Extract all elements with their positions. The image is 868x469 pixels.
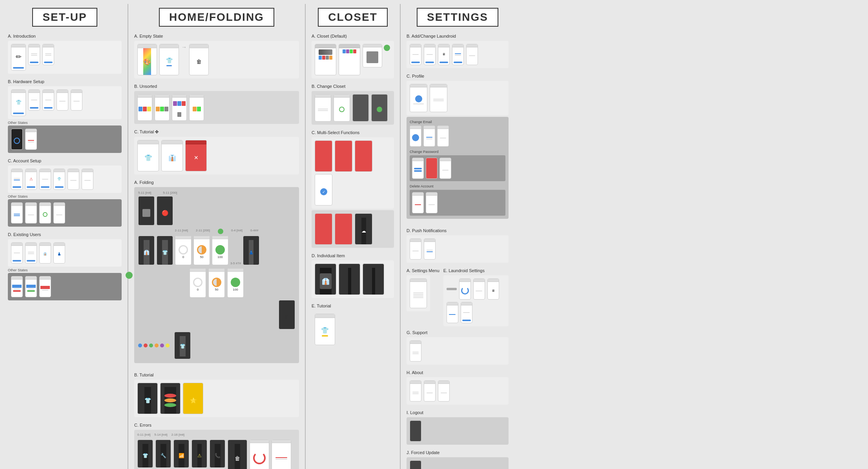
green-dot-mid — [218, 229, 223, 234]
screen-content — [250, 443, 269, 469]
screen-content — [57, 93, 68, 109]
ms-screen-1 — [315, 140, 332, 172]
screen-header — [155, 95, 169, 98]
step: 0-4## — [250, 229, 258, 234]
shirt-colorful: 👕 — [144, 154, 152, 162]
screen-content — [26, 132, 36, 149]
err-screen-4: ⚠ — [191, 440, 207, 468]
screen-content — [11, 246, 22, 259]
check-circle — [43, 212, 47, 217]
colorful-icon: 🎨 — [143, 58, 151, 65]
screen-content — [138, 98, 152, 120]
cerrors-screens: 0-11 [Init] 5-14 [Init] 2-16 [Init] 👕 🔧 — [134, 430, 299, 469]
add-laundroid-screens: 🖥 — [407, 41, 509, 68]
line — [59, 101, 66, 102]
intro-screen-3 — [42, 44, 54, 65]
us-screen-1 — [137, 94, 152, 121]
step-labels-mid: 2-11 [Init] 2-11 [200] 0-4 [Init] 0-4## — [138, 229, 295, 234]
hw-screen-5 — [71, 89, 82, 111]
line — [412, 393, 419, 394]
hw-screen-3 — [42, 89, 54, 111]
screen-header — [26, 129, 36, 132]
err-label-3: 2-16 [Init] — [171, 433, 184, 436]
line — [45, 53, 52, 54]
blue-line — [455, 53, 461, 54]
basket-icon: 🗑 — [196, 58, 202, 65]
fold-screen-1 — [138, 196, 155, 225]
intro-label: A. Introduction — [8, 34, 122, 38]
section-cerrors: C. Errors 0-11 [Init] 5-14 [Init] 2-16 [… — [134, 423, 299, 469]
section-etutorial: E. Tutorial 👕 — [312, 304, 394, 348]
column-setup: SET-UP A. Introduction ✏ — [4, 4, 126, 469]
screen-content: 0 — [190, 272, 206, 297]
error-progress — [253, 452, 266, 464]
line — [427, 393, 433, 393]
shirt: 👔 — [322, 278, 330, 285]
hw-screen-1: 👕 — [11, 89, 26, 116]
ac-screen-4: 👕 — [53, 169, 65, 190]
ac-screen-6 — [82, 169, 93, 190]
screen-content — [29, 47, 40, 61]
ac-screen-2: ⚠ — [25, 169, 37, 190]
spinning-icon — [461, 287, 469, 294]
error-step-labels: 0-11 [Init] 5-14 [Init] 2-16 [Init] — [137, 433, 296, 436]
screen-content — [11, 206, 22, 223]
screen-content — [467, 47, 478, 63]
basket-icon: 🗑 — [235, 455, 240, 462]
shirt-icon: 🖥 — [442, 53, 445, 56]
profile-sub-sections: Change Email — [407, 117, 509, 219]
cd-screen-1 — [315, 44, 336, 75]
screen-header — [410, 341, 421, 344]
unsorted-label: B. Unsorted — [134, 84, 299, 89]
line — [426, 138, 433, 139]
btutorial-label: B. Tutorial — [134, 373, 299, 377]
line — [45, 55, 52, 56]
step-label: 5-11 [200] — [163, 191, 177, 195]
fold-anim: 👕 — [144, 397, 151, 404]
ce-screen-2 — [423, 125, 435, 147]
shirt-icon: 👕 — [16, 100, 22, 105]
ii-screen-1: 👔 — [315, 264, 336, 295]
settings-menu-label: A. Settings Menu — [407, 268, 439, 273]
screen-header — [26, 276, 36, 280]
screen-header — [452, 44, 463, 47]
eu-os-2 — [25, 276, 37, 297]
tutorial-c-screens: 👕 👔 ✕ — [134, 137, 299, 175]
screen-header — [40, 169, 51, 172]
column-settings: SETTINGS B. Add/Change Laundroid — [403, 4, 512, 469]
dot-red — [144, 344, 148, 347]
progress-label: 100 — [217, 255, 222, 259]
screen-content — [68, 172, 79, 188]
line — [14, 253, 20, 253]
section-support: G. Support — [407, 330, 509, 365]
delete-account-screens — [410, 190, 505, 216]
screen-header — [412, 193, 423, 196]
section-btutorial: B. Tutorial 👕 — [134, 373, 299, 417]
fold-mid-3: 0 — [175, 236, 191, 265]
blue-bar — [13, 113, 24, 114]
settings-menu-screens — [407, 275, 430, 311]
screen-content — [11, 172, 22, 185]
line — [31, 100, 38, 100]
fold-icon: 👕 — [162, 250, 168, 255]
progress-label: 0 — [197, 288, 199, 291]
da-screen-1 — [412, 192, 424, 213]
account-label: C. Account Setup — [8, 158, 122, 163]
screen-content: 👔 — [40, 246, 51, 262]
screen-header — [467, 44, 478, 47]
blue-bar — [44, 107, 53, 109]
screen-content — [452, 47, 463, 61]
closet-default-label: A. Closet (Default) — [312, 34, 394, 38]
cloth — [350, 49, 353, 53]
blue-bar — [425, 62, 434, 63]
multiselect-screens-2: ☁ — [312, 210, 394, 248]
screen-header — [190, 269, 206, 272]
section-tutorial-c: C. Tutorial ✤ 👕 👔 ✕ — [134, 129, 299, 175]
blue-bar — [411, 62, 420, 63]
ms-screen-3 — [355, 140, 372, 172]
screen-header — [40, 243, 51, 246]
fold-mid-4: 50 — [193, 236, 210, 265]
line — [433, 99, 444, 100]
screen-content — [11, 280, 22, 297]
change-password-label: Change Password — [410, 150, 505, 154]
